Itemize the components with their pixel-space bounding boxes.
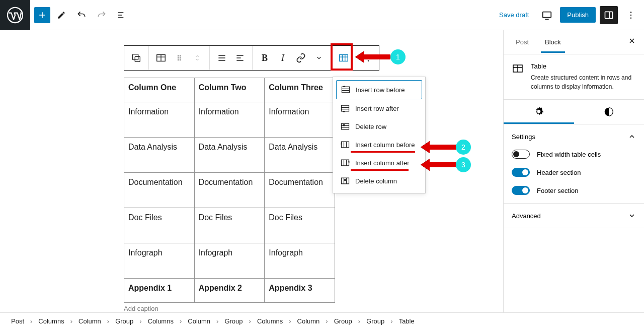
block-breadcrumb: Post›Columns›Column›Group›Columns›Column…: [0, 312, 644, 329]
svg-rect-7: [135, 56, 140, 61]
svg-rect-6: [133, 54, 138, 60]
table-cell[interactable]: Documentation: [124, 173, 195, 208]
toggle-fixed-width[interactable]: [512, 150, 530, 159]
table-footer-cell[interactable]: Appendix 1: [124, 279, 195, 303]
add-block-button[interactable]: [34, 7, 50, 23]
table-header-cell[interactable]: Column Two: [194, 78, 265, 102]
table-cell[interactable]: Data Analysis: [265, 138, 335, 173]
chevron-right-icon: ›: [246, 317, 254, 325]
breadcrumb-item[interactable]: Columns: [37, 317, 65, 325]
breadcrumb-item[interactable]: Columns: [147, 317, 175, 325]
dropdown-item[interactable]: Insert row after: [336, 99, 422, 117]
annotation-arrow-2: 2: [421, 140, 471, 155]
publish-button[interactable]: Publish: [560, 7, 596, 23]
subtab-settings[interactable]: [504, 100, 574, 124]
svg-rect-21: [342, 123, 349, 129]
toggle-footer-section[interactable]: [512, 186, 530, 195]
table-icon: [512, 62, 524, 75]
table-cell[interactable]: Documentation: [194, 173, 265, 208]
dropdown-item[interactable]: Delete column: [336, 172, 422, 190]
table-cell[interactable]: Infograph: [265, 243, 335, 279]
select-parent-button[interactable]: [127, 49, 145, 67]
svg-rect-15: [340, 55, 348, 61]
more-rich-text-button[interactable]: [310, 49, 328, 67]
tab-post[interactable]: Post: [512, 31, 533, 53]
settings-panel-header[interactable]: Settings: [512, 133, 636, 141]
breadcrumb-item[interactable]: Group: [114, 317, 134, 325]
preview-button[interactable]: [538, 6, 556, 24]
chevron-right-icon: ›: [177, 317, 185, 325]
redo-button[interactable]: [93, 6, 111, 24]
edit-tools-button[interactable]: [52, 6, 70, 24]
table-cell[interactable]: Infograph: [124, 243, 195, 279]
breadcrumb-item[interactable]: Column: [296, 317, 321, 325]
table-action-icon: [340, 121, 350, 131]
chevron-right-icon: ›: [387, 317, 395, 325]
annotation-arrow-1: 1: [355, 49, 406, 64]
table-header-cell[interactable]: Column One: [124, 78, 195, 102]
chevron-right-icon: ›: [136, 317, 144, 325]
breadcrumb-item[interactable]: Column: [187, 317, 211, 325]
dropdown-item[interactable]: Insert row before: [336, 80, 422, 99]
wordpress-logo[interactable]: [0, 0, 30, 30]
table-block-icon[interactable]: [152, 49, 170, 67]
chevron-right-icon: ›: [355, 317, 363, 325]
table-action-icon: [341, 85, 351, 95]
breadcrumb-item[interactable]: Column: [77, 317, 102, 325]
move-updown-button[interactable]: [188, 49, 206, 67]
setting-label: Footer section: [537, 187, 578, 194]
bold-button[interactable]: B: [256, 49, 274, 67]
table-action-icon: [340, 103, 350, 113]
dropdown-item[interactable]: Delete row: [336, 117, 422, 136]
align-none-button[interactable]: [213, 49, 231, 67]
table-cell[interactable]: Doc Files: [194, 208, 265, 243]
breadcrumb-item[interactable]: Columns: [256, 317, 284, 325]
close-sidebar-button[interactable]: [628, 37, 636, 47]
table-edit-dropdown: Insert row beforeInsert row afterDelete …: [333, 77, 426, 193]
table-footer-cell[interactable]: Appendix 3: [265, 279, 335, 303]
svg-point-13: [178, 59, 179, 60]
table-cell[interactable]: Doc Files: [124, 208, 195, 243]
document-overview-button[interactable]: [113, 6, 131, 24]
tab-block[interactable]: Block: [541, 31, 565, 53]
svg-point-12: [180, 57, 181, 58]
breadcrumb-item[interactable]: Group: [365, 317, 385, 325]
table-cell[interactable]: Information: [124, 102, 195, 138]
setting-label: Header section: [537, 169, 581, 176]
table-footer-cell[interactable]: Appendix 2: [194, 279, 265, 303]
svg-point-14: [180, 59, 181, 60]
breadcrumb-item[interactable]: Group: [223, 317, 244, 325]
table-caption-input[interactable]: Add caption: [124, 303, 379, 314]
table-header-cell[interactable]: Column Three: [265, 78, 335, 102]
sidebar-toggle-button[interactable]: [600, 6, 618, 24]
drag-handle-icon[interactable]: [170, 49, 188, 67]
breadcrumb-item[interactable]: Post: [10, 317, 25, 325]
table-cell[interactable]: Data Analysis: [124, 138, 195, 173]
content-table[interactable]: Column One Column Two Column Three Infor…: [124, 78, 335, 303]
link-button[interactable]: [292, 49, 310, 67]
edit-table-button[interactable]: [335, 49, 353, 67]
undo-button[interactable]: [72, 6, 91, 24]
save-draft-button[interactable]: Save draft: [494, 8, 534, 22]
toggle-header-section[interactable]: [512, 168, 530, 177]
table-cell[interactable]: Doc Files: [265, 208, 335, 243]
annotation-underline-2: [351, 151, 415, 153]
svg-point-5: [630, 17, 632, 19]
table-cell[interactable]: Information: [265, 102, 335, 138]
table-action-icon: [340, 158, 350, 168]
chevron-right-icon: ›: [104, 317, 112, 325]
block-toolbar: B I: [124, 45, 379, 71]
block-title: Table: [531, 62, 636, 70]
table-cell[interactable]: Documentation: [265, 173, 335, 208]
italic-button[interactable]: I: [274, 49, 292, 67]
table-cell[interactable]: Information: [194, 102, 265, 138]
breadcrumb-item[interactable]: Group: [333, 317, 353, 325]
text-align-button[interactable]: [231, 49, 249, 67]
options-menu-button[interactable]: [622, 6, 640, 24]
advanced-panel-header[interactable]: Advanced: [512, 212, 636, 220]
table-cell[interactable]: Infograph: [194, 243, 265, 279]
table-cell[interactable]: Data Analysis: [194, 138, 265, 173]
breadcrumb-item[interactable]: Table: [398, 317, 416, 325]
subtab-styles[interactable]: [574, 100, 645, 124]
svg-rect-24: [342, 178, 349, 184]
